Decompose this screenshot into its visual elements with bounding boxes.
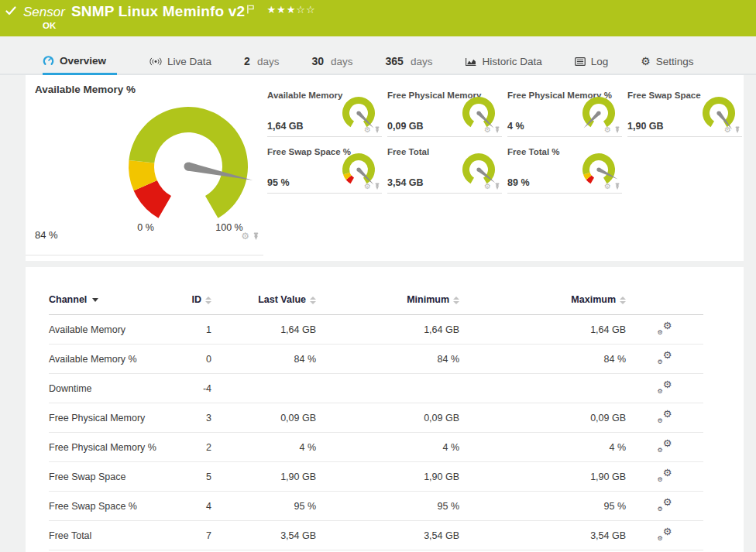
channel-minimum: 1,90 GB <box>316 462 459 492</box>
gear-icon[interactable]: ⚙ <box>484 182 491 190</box>
table-row[interactable]: Free Physical Memory30,09 GB0,09 GB0,09 … <box>49 403 703 433</box>
mini-gauge-cell: Free Swap Space % 95 % ⚙ <box>267 142 382 194</box>
pin-icon[interactable] <box>494 126 500 134</box>
channel-settings-icon[interactable]: ⚙⚙ <box>658 381 672 393</box>
tab-2-days[interactable]: 2 days <box>244 55 279 74</box>
tab-day-number: 30 <box>311 55 324 67</box>
channel-last-value <box>211 374 316 403</box>
priority-flag-icon[interactable] <box>247 5 254 14</box>
main-gauge-title: Available Memory % <box>35 84 136 95</box>
table-row[interactable]: Free Swap Space %495 %95 %95 %⚙⚙ <box>49 492 703 521</box>
channel-settings-icon[interactable]: ⚙⚙ <box>658 440 672 452</box>
channel-minimum: 95 % <box>316 492 459 521</box>
table-row[interactable]: Free Physical Memory %24 %4 %4 %⚙⚙ <box>49 433 703 462</box>
channel-id: 3 <box>188 403 211 433</box>
channel-last-value: 95 % <box>211 492 316 521</box>
tab-day-word: days <box>411 56 433 67</box>
column-header-maximum[interactable]: Maximum <box>459 294 626 315</box>
column-label: Maximum <box>571 294 616 305</box>
pin-icon[interactable] <box>374 183 380 190</box>
table-row[interactable]: Available Memory11,64 GB1,64 GB1,64 GB⚙⚙ <box>49 315 703 345</box>
pin-icon[interactable] <box>614 126 620 134</box>
channel-settings-icon[interactable]: ⚙⚙ <box>658 410 672 423</box>
live-data-icon <box>149 57 162 66</box>
main-gauge <box>111 95 270 238</box>
gauge-actions: ⚙ <box>604 125 620 134</box>
pin-icon[interactable] <box>374 126 380 134</box>
gauge-actions: ⚙ <box>484 125 500 134</box>
channel-maximum: 0,09 GB <box>459 403 626 433</box>
tab-log[interactable]: Log <box>575 56 609 74</box>
settings-gear-icon: ⚙ <box>641 55 651 67</box>
historic-chart-icon <box>465 57 476 67</box>
pin-icon[interactable] <box>494 183 500 190</box>
tab-label: Live Data <box>167 56 211 67</box>
channel-minimum: 4 % <box>316 433 459 462</box>
channel-settings-icon[interactable]: ⚙⚙ <box>658 351 672 364</box>
gear-icon[interactable]: ⚙ <box>604 125 611 134</box>
mini-gauge-value: 3,54 GB <box>387 177 424 188</box>
tab-live-data[interactable]: Live Data <box>149 56 211 74</box>
channel-settings-icon[interactable]: ⚙⚙ <box>658 528 672 540</box>
channel-name: Free Total <box>49 521 188 550</box>
channel-name: Downtime <box>49 374 188 403</box>
channel-minimum: 84 % <box>316 345 459 374</box>
gauge-min-label: 0 % <box>129 222 163 233</box>
channel-name: Available Memory % <box>49 345 188 374</box>
pin-icon[interactable] <box>253 232 259 241</box>
gauge-actions: ⚙ <box>364 125 380 134</box>
table-row[interactable]: Downtime-4⚙⚙ <box>49 374 703 403</box>
gear-icon[interactable]: ⚙ <box>484 125 491 134</box>
priority-stars[interactable]: ★★★☆☆ <box>266 4 315 15</box>
channel-name: Free Physical Memory % <box>49 433 188 462</box>
object-kind-label: Sensor <box>23 5 65 20</box>
mini-gauge-value: 89 % <box>507 177 530 188</box>
tab-365-days[interactable]: 365 days <box>386 55 433 74</box>
main-gauge-cell: Available Memory % 0 % 100 % 84 % ⚙ <box>26 75 263 255</box>
column-header-minimum[interactable]: Minimum <box>316 294 459 315</box>
channel-settings-icon[interactable]: ⚙⚙ <box>658 469 672 482</box>
channel-name: Available Memory <box>49 315 188 345</box>
channel-id: 7 <box>188 521 211 550</box>
column-header-channel[interactable]: Channel <box>49 294 188 315</box>
tab-30-days[interactable]: 30 days <box>311 55 352 74</box>
mini-gauge-cell: Available Memory 1,64 GB ⚙ <box>267 86 382 137</box>
mini-gauge-cell: Free Total 3,54 GB ⚙ <box>387 142 502 194</box>
tab-label: Historic Data <box>482 56 541 67</box>
channel-id: -4 <box>188 374 211 403</box>
tab-settings[interactable]: ⚙ Settings <box>641 55 693 74</box>
channel-table: Channel ID Last Value Minimum Maximum Av… <box>49 294 703 552</box>
channel-settings-icon[interactable]: ⚙⚙ <box>658 499 672 511</box>
sensor-header: Sensor SNMP Linux Meminfo v2 ★★★☆☆ OK <box>0 0 756 36</box>
table-row[interactable]: Free Total73,54 GB3,54 GB3,54 GB⚙⚙ <box>49 521 703 550</box>
tab-bar: Overview Live Data 2 days 30 days 365 da… <box>0 48 756 75</box>
tab-overview[interactable]: Overview <box>43 55 117 75</box>
channel-settings-icon[interactable]: ⚙⚙ <box>658 322 672 334</box>
table-row[interactable]: Available Memory %084 %84 %84 %⚙⚙ <box>49 345 703 374</box>
tab-historic-data[interactable]: Historic Data <box>465 56 541 74</box>
gear-icon[interactable]: ⚙ <box>241 231 249 242</box>
column-header-last-value[interactable]: Last Value <box>211 294 316 315</box>
gear-icon[interactable]: ⚙ <box>604 182 611 190</box>
gear-icon[interactable]: ⚙ <box>724 125 731 134</box>
column-header-id[interactable]: ID <box>188 294 211 315</box>
table-row[interactable]: Free Swap Space51,90 GB1,90 GB1,90 GB⚙⚙ <box>49 462 703 492</box>
mini-gauge-value: 1,90 GB <box>627 121 664 132</box>
channel-id: 2 <box>188 433 211 462</box>
tab-day-number: 2 <box>244 55 250 67</box>
channels-panel: Channel ID Last Value Minimum Maximum Av… <box>26 267 744 552</box>
channel-minimum: 0,09 GB <box>316 403 459 433</box>
tab-label: Overview <box>60 55 106 67</box>
sort-icon <box>310 297 316 304</box>
pin-icon[interactable] <box>734 126 741 134</box>
channel-last-value: 4 % <box>211 433 316 462</box>
page-title: SNMP Linux Meminfo v2 <box>71 3 246 20</box>
channel-maximum <box>459 374 626 403</box>
gauge-icon <box>43 55 54 67</box>
pin-icon[interactable] <box>614 183 620 190</box>
mini-gauge-value: 95 % <box>267 177 290 188</box>
gear-icon[interactable]: ⚙ <box>364 125 371 134</box>
gear-icon[interactable]: ⚙ <box>364 182 371 190</box>
sort-icon <box>453 297 459 304</box>
status-check-icon <box>5 5 16 19</box>
